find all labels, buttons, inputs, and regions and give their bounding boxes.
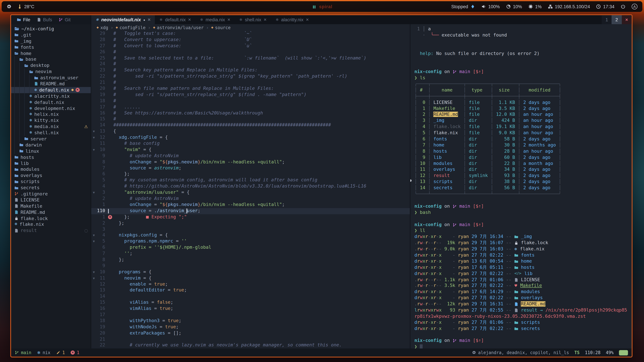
terminal-pane[interactable]: 1 │ a · ╰── executable was not found hel… <box>410 24 632 349</box>
code-line[interactable]: 7 source = astronvim; <box>91 165 410 171</box>
code-line[interactable]: ▾10 programs = { <box>91 269 410 275</box>
shell-command[interactable]: ❯ ls <box>414 75 632 81</box>
code-line[interactable]: 22# sed -ri "s/pattern_str/replace_str/g… <box>91 73 410 80</box>
code-line[interactable]: 21 <box>91 336 410 343</box>
tree-item-.gitignore[interactable]: .gitignore <box>11 191 91 197</box>
tree-item-development.nix[interactable]: ❄development.nix <box>11 105 91 111</box>
topbar-memory-usage[interactable]: 1% <box>528 4 542 9</box>
close-icon[interactable]: × <box>306 17 309 22</box>
code-line[interactable]: 2 }; <box>91 220 410 226</box>
code-line[interactable]: 19 withNodeJs = true; <box>91 324 410 330</box>
breadcrumb-item[interactable]: ◆xdg <box>96 25 108 30</box>
fold-indicator[interactable]: ▾ <box>91 269 96 275</box>
code-line[interactable]: ▾3 "astronvim/lua/user" = { <box>91 190 410 196</box>
error-count-segment[interactable]: × 1 <box>70 350 79 355</box>
code-line[interactable]: 29# Toggle text's case: `~` <box>91 31 410 37</box>
code-line[interactable]: 26# <box>91 49 410 55</box>
tree-item-scripts[interactable]: scripts <box>11 179 91 185</box>
code-line[interactable]: ▾13{ <box>91 129 410 135</box>
code-line[interactable]: 6 prefix = ''${HOME}/.npm-global <box>91 245 410 251</box>
code-line[interactable]: 2 # update AstroNvim <box>91 196 410 202</box>
fold-indicator[interactable]: ▾ <box>91 190 96 196</box>
tree-item-modules[interactable]: modules <box>11 166 91 172</box>
code-line[interactable]: 14######################################… <box>91 122 410 129</box>
tree-item-helix.nix[interactable]: ❄helix.nix <box>11 111 91 117</box>
code-line[interactable]: 25# Save the selected text to a file: `:… <box>91 55 410 61</box>
code-line[interactable]: 12 enable = true; <box>91 281 410 287</box>
code-line[interactable]: ▾11 neovim = { <box>91 275 410 281</box>
code-line[interactable]: 9 <box>91 263 410 269</box>
fold-indicator[interactable]: ▾ <box>91 147 96 153</box>
topbar-clock[interactable]: 17:34 <box>596 4 614 9</box>
tree-item-desktop[interactable]: desktop <box>11 62 91 68</box>
code-line[interactable]: 11 # base config <box>91 141 410 147</box>
buffer-tab[interactable]: ❄alacritty.nix× <box>271 15 313 24</box>
code-line[interactable]: 17# ...... <box>91 104 410 110</box>
file-explorer-root[interactable]: ~/nix-config <box>11 26 91 32</box>
breadcrumb-item[interactable]: ◆astronvim/lua/user <box>153 25 204 30</box>
tree-item-astronvim_user[interactable]: astronvim_user <box>11 75 91 81</box>
buffer-tab[interactable]: ❄media.nix× <box>196 15 235 24</box>
code-line[interactable]: 13 defaultEditor = true; <box>91 287 410 294</box>
tree-item-LICENSE[interactable]: LICENSE <box>11 197 91 203</box>
tree-item-flake.lock[interactable]: flake.lock <box>11 215 91 221</box>
tree-item-hosts[interactable]: hosts <box>11 154 91 160</box>
close-icon[interactable]: × <box>264 17 266 22</box>
fold-indicator[interactable]: ▾ <box>91 232 96 239</box>
code-line[interactable]: 15# <box>91 116 410 122</box>
tree-item-lib[interactable]: lib <box>11 160 91 166</box>
code-line[interactable]: 1 onChange = "${pkgs.neovim}/bin/nvim --… <box>91 202 410 208</box>
tabpage-2[interactable]: 2 <box>612 15 622 24</box>
tree-item-kitty.nix[interactable]: ❄kitty.nix <box>11 117 91 123</box>
topbar-keyboard-layout[interactable]: A <box>632 4 638 9</box>
topbar-power[interactable] <box>620 4 626 9</box>
code-area[interactable]: 29# Toggle text's case: `~`28# Convert t… <box>91 31 410 349</box>
code-line[interactable]: 16 vimAlias = true; <box>91 306 410 312</box>
tree-item-media.nix[interactable]: ❄media.nix⚠ <box>11 124 91 130</box>
explorer-tab-file[interactable]: File <box>14 15 34 24</box>
tree-item-_img[interactable]: _img <box>11 38 91 44</box>
shell-command[interactable]: ❯ ll <box>414 228 632 234</box>
launcher-button[interactable] <box>6 4 12 9</box>
explorer-tab-git[interactable]: Git <box>55 15 74 24</box>
code-line[interactable]: 18 withPython3 = true; <box>91 318 410 324</box>
code-line[interactable]: ▾10 "nvim" = { <box>91 147 410 153</box>
code-line[interactable]: 6 }; <box>91 171 410 177</box>
tree-item-overlays[interactable]: overlays <box>11 172 91 178</box>
tree-item-fonts[interactable]: fonts <box>11 44 91 50</box>
tab-close-button[interactable]: × <box>622 15 632 24</box>
tree-item-Makefile[interactable]: Makefile <box>11 203 91 209</box>
code-line[interactable]: 3 <box>91 226 410 232</box>
git-branch-segment[interactable]: main <box>15 350 31 355</box>
code-line[interactable]: 27# Convert to lowercase: `u` <box>91 43 410 49</box>
tree-item-shell.nix[interactable]: ❄shell.nix <box>11 130 91 136</box>
code-line[interactable]: 22 # currently we use lazy.nvim as neovi… <box>91 343 410 349</box>
code-line[interactable]: 19# sed -ri "s/pattern_str/replace_str/g… <box>91 92 410 98</box>
buffer-tab[interactable]: ❄shell.nix× <box>235 15 271 24</box>
code-line[interactable]: 16# See https://astronvim.com/Basic%20Us… <box>91 110 410 116</box>
code-line[interactable]: 8 onChange = "${pkgs.neovim}/bin/nvim --… <box>91 159 410 165</box>
shell-command[interactable]: ❯ bash <box>414 210 632 216</box>
tree-item-README.md[interactable]: README.md <box>11 209 91 215</box>
code-line[interactable]: 20# Search file name pattern and Replace… <box>91 86 410 92</box>
close-icon[interactable]: × <box>188 17 191 22</box>
tree-item-neovim[interactable]: neovim <box>11 69 91 75</box>
shell-command[interactable]: ❯ <box>414 344 632 349</box>
tree-item-secrets[interactable]: secrets <box>11 185 91 191</box>
code-line[interactable]: 23# Search key pattern and Replace in Mu… <box>91 67 410 73</box>
topbar-network-address[interactable]: 192.168.5.100/24 <box>548 4 590 9</box>
tree-item-result[interactable]: result◌ <box>11 228 91 234</box>
topbar-recording-status[interactable]: Stopped <box>451 4 475 9</box>
code-line[interactable]: 7 ''; <box>91 251 410 257</box>
temperature-widget[interactable]: 28°C <box>17 4 34 9</box>
tabpage-1[interactable]: 1 <box>602 15 612 24</box>
code-line[interactable]: ▾5 programs.npm.npmrc = '' <box>91 239 410 245</box>
code-line[interactable]: 4 # https://github.com/AstroNvim/AstroNv… <box>91 184 410 190</box>
topbar-volume[interactable]: 100% <box>481 4 500 9</box>
code-line[interactable]: 14 <box>91 294 410 300</box>
topbar-cpu-usage[interactable]: 10% <box>506 4 522 9</box>
tree-item-server[interactable]: server <box>11 136 91 142</box>
code-line[interactable]: ▾12 xdg.configFile = { <box>91 135 410 141</box>
tree-item-default.nix[interactable]: ❄default.nix●× <box>11 87 91 93</box>
tree-item-linux[interactable]: linux <box>11 148 91 154</box>
